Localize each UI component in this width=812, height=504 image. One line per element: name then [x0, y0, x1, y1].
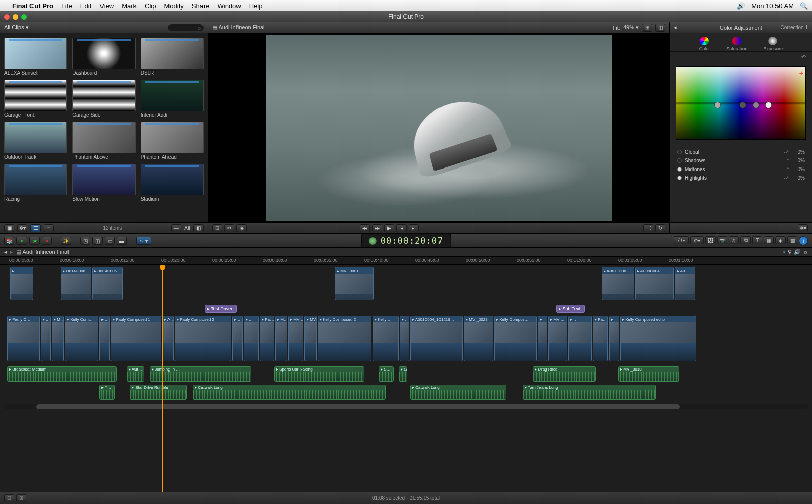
volume-icon[interactable]: 🔊 — [737, 2, 745, 10]
retime-menu[interactable]: ⏱▾ — [674, 236, 689, 244]
primary-clip[interactable]: ▸ MVI… — [548, 316, 567, 361]
zoom-button[interactable] — [21, 14, 27, 20]
library-button[interactable]: 📚 — [4, 237, 14, 245]
primary-clip[interactable]: ▸ M… — [275, 316, 287, 361]
connected-clip[interactable]: ▸ A0… — [675, 267, 695, 300]
color-tab[interactable]: Color — [699, 37, 710, 51]
spotlight-icon[interactable]: 🔍 — [800, 2, 808, 10]
reset-icon[interactable]: ↶ — [801, 54, 806, 60]
viewer-canvas[interactable] — [208, 33, 669, 222]
connect-button[interactable]: ◳ — [80, 237, 90, 245]
zoom-dropdown[interactable]: 49% ▾ — [623, 24, 639, 31]
clip-item[interactable]: Racing — [4, 164, 67, 202]
highlights-row[interactable]: Highlights--°0% — [677, 174, 805, 182]
next-edit-button[interactable]: ▸▸ — [372, 224, 382, 232]
enhance-button[interactable]: ✨ — [61, 237, 71, 245]
clip-appearance[interactable]: ◧ — [193, 224, 204, 232]
audio-clip[interactable]: ▸ S… — [399, 366, 407, 382]
transform-button[interactable]: ⊡ — [212, 224, 222, 232]
primary-clip[interactable]: ▸ .. — [244, 316, 259, 361]
timeline-scrollbar[interactable] — [4, 404, 808, 409]
clip-item[interactable]: Slow Motion — [72, 164, 135, 202]
connected-clip[interactable]: ▸ B014C006… — [61, 267, 91, 300]
exposure-tab[interactable]: Exposure — [763, 37, 783, 51]
audio-clip[interactable]: ▸ Star Drive Rumble — [130, 385, 187, 400]
primary-clip[interactable]: ▸ Pa… — [260, 316, 274, 361]
modify-menu[interactable]: Modify — [164, 2, 184, 10]
next-frame-button[interactable]: ▸| — [409, 224, 419, 232]
snapping-button[interactable]: ⌖ — [783, 249, 786, 255]
primary-clip[interactable]: ▸ A… — [162, 316, 174, 361]
generators-browser[interactable]: ▦ — [764, 236, 774, 244]
timeline-body[interactable]: ▸ ▸ B014C006…▸ B014C006…▸ MVI_0001▸ A007… — [0, 265, 812, 492]
window-menu[interactable]: Window — [218, 2, 241, 10]
clip-item[interactable]: Phantom Above — [72, 122, 135, 160]
favorite-button[interactable]: ★ — [29, 237, 40, 245]
audio-clip[interactable]: ▸ T… — [99, 385, 115, 400]
clip-item[interactable]: Garage Front — [4, 80, 67, 118]
shadows-puck[interactable] — [739, 102, 746, 108]
insert-button[interactable]: ◫ — [92, 237, 103, 245]
clip-item[interactable]: Garage Side — [72, 80, 135, 118]
audio-clip[interactable]: ▸ Catwalk Long — [410, 385, 506, 400]
loop-button[interactable]: ↻ — [655, 224, 665, 232]
close-button[interactable] — [4, 14, 10, 20]
connected-clip[interactable]: ▸ A008C004_1… — [635, 267, 674, 300]
minimize-button[interactable] — [13, 14, 18, 20]
primary-clip[interactable]: ▸ .. — [232, 316, 243, 361]
audio-clip[interactable]: ▸ Torn Jeans Long — [523, 385, 656, 400]
primary-clip[interactable]: ▸ MVI_0023 — [464, 316, 493, 361]
audio-clip[interactable]: ▸ Catwalk Long — [193, 385, 386, 400]
primary-clip[interactable]: ▸ A001C004_101216… — [410, 316, 463, 361]
primary-clip[interactable]: ▸ Pauly C… — [7, 316, 40, 361]
primary-clip[interactable]: ▸ Kelly Com… — [65, 316, 98, 361]
primary-clip[interactable]: ▸ MV… — [288, 316, 303, 361]
solo-button[interactable]: ☼ — [803, 249, 808, 255]
color-board[interactable]: + — [676, 66, 806, 140]
themes-browser[interactable]: ◈ — [775, 236, 786, 244]
primary-clip[interactable]: ▸ .. — [568, 316, 592, 361]
timecode-display[interactable]: 00:00:20:07 — [361, 234, 451, 247]
overwrite-button[interactable]: ▬ — [117, 237, 127, 245]
add-puck-icon[interactable]: + — [799, 69, 803, 77]
select-tool[interactable]: ↖ ▾ — [136, 237, 151, 245]
crop-button[interactable]: ✂ — [224, 224, 234, 232]
viewer-settings[interactable]: ⊞ — [642, 24, 652, 32]
play-button[interactable]: ▶ — [384, 224, 394, 232]
primary-clip[interactable]: ▸ .. — [609, 316, 619, 361]
playhead[interactable] — [162, 265, 163, 492]
title-clip[interactable]: ▸ Sub Text — [556, 305, 585, 313]
edit-menu[interactable]: Edit — [80, 2, 91, 10]
viewer-switch[interactable]: ◫ — [655, 24, 665, 32]
music-browser[interactable]: ♫ — [729, 236, 739, 244]
share-menu[interactable]: Share — [192, 2, 210, 10]
shadows-row[interactable]: Shadows--°0% — [677, 156, 805, 165]
connected-clip[interactable]: ▸ A007C006… — [602, 267, 634, 300]
filmstrip-view[interactable]: ☰ — [30, 224, 41, 232]
inspector-toggle[interactable]: i — [799, 236, 808, 245]
history-back[interactable]: ◂ — [4, 249, 7, 255]
reject-button[interactable]: ✕ — [42, 237, 52, 245]
prev-frame-button[interactable]: |◂ — [396, 224, 407, 232]
clip-item[interactable]: Phantom Ahead — [141, 122, 204, 160]
connected-clip[interactable]: ▸ MVI_0001 — [335, 267, 374, 300]
primary-clip[interactable]: ▸ .. — [400, 316, 409, 361]
append-button[interactable]: ▭ — [105, 237, 115, 245]
back-button[interactable]: ◂ — [674, 24, 677, 31]
primary-clip[interactable]: ▸ Kelly Composed echo — [620, 316, 696, 361]
audio-clip[interactable]: ▸ S… — [379, 366, 394, 382]
audio-clip[interactable]: ▸ Drag Race — [533, 366, 596, 382]
primary-clip[interactable]: ▸ .. — [41, 316, 51, 361]
file-menu[interactable]: File — [61, 2, 72, 10]
clip-item[interactable]: Outdoor Track — [4, 122, 67, 160]
all-filter[interactable]: All — [184, 225, 190, 231]
view-menu[interactable]: View — [99, 2, 114, 10]
connected-clip[interactable]: ▸ — [10, 267, 33, 300]
keyword-button[interactable]: ✦ — [16, 237, 27, 245]
audio-clip[interactable]: ▸ Aut… — [127, 366, 144, 382]
effects-browser[interactable]: ▧ — [787, 236, 797, 244]
browser-search[interactable]: ⌕ — [168, 24, 204, 31]
clip-item[interactable]: Dashboard — [72, 38, 135, 76]
global-puck[interactable] — [714, 102, 721, 108]
inspector-settings[interactable]: ✲▾ — [798, 224, 808, 232]
